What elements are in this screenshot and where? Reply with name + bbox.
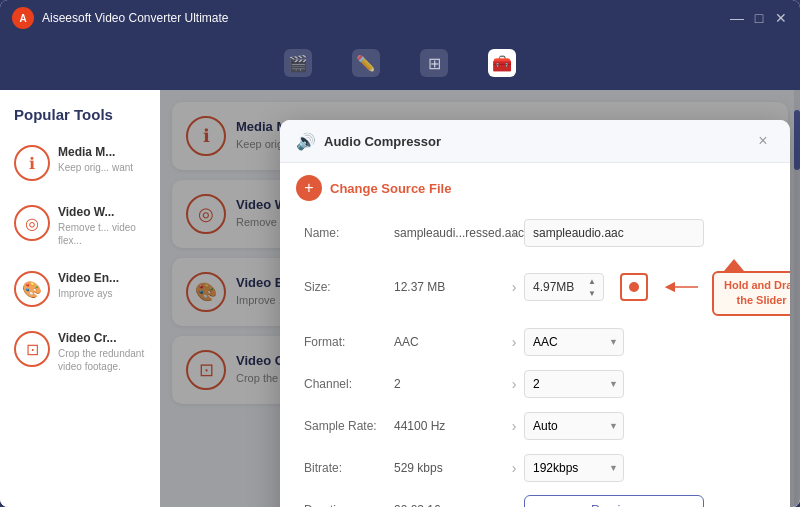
size-label: Size: [304, 280, 394, 294]
size-input-area: 4.97MB ▲ ▼ [524, 259, 790, 316]
sample-rate-select[interactable]: Auto 44100 Hz 22050 Hz [524, 412, 624, 440]
modal-speaker-icon: 🔊 [296, 132, 316, 151]
size-value: 4.97MB [533, 280, 585, 294]
tooltip-callout: Hold and Drag the Slider [712, 259, 790, 316]
videoc-item-desc: Crop the redundant video footage. [58, 347, 146, 373]
modal-header: 🔊 Audio Compressor × [280, 120, 790, 163]
form-area: Name: sampleaudi...ressed.aac › Size: 12… [280, 213, 790, 507]
sample-rate-original-value: 44100 Hz [394, 419, 504, 433]
window-controls: — □ ✕ [730, 11, 788, 25]
title-bar: A Aiseesoft Video Converter Ultimate — □… [0, 0, 800, 36]
sidebar-item-media[interactable]: ℹ Media M... Keep orig... want [8, 135, 152, 191]
sidebar-item-videoe[interactable]: 🎨 Video En... Improve ays [8, 261, 152, 317]
audio-compressor-modal: 🔊 Audio Compressor × + Change Source Fil… [280, 120, 790, 507]
slider-dot [629, 282, 639, 292]
format-original-value: AAC [394, 335, 504, 349]
videoe-item-name: Video En... [58, 271, 146, 285]
sample-rate-arrow: › [504, 418, 524, 434]
videow-item-name: Video W... [58, 205, 146, 219]
toolbar-toolbox[interactable]: 🧰 [488, 49, 516, 77]
bitrate-input-area: 192kbps 128kbps 320kbps ▼ [524, 454, 766, 482]
duration-row: Duration: 00:03:16 › Preview [304, 494, 766, 507]
bitrate-select-wrapper: 192kbps 128kbps 320kbps ▼ [524, 454, 624, 482]
change-source-button[interactable]: + Change Source File [296, 175, 774, 201]
format-arrow: › [504, 334, 524, 350]
slider-arrow [660, 273, 700, 301]
videoe-item-desc: Improve ays [58, 287, 146, 300]
tooltip-line2: the Slider [737, 294, 787, 306]
maximize-button[interactable]: □ [752, 11, 766, 25]
channel-row: Channel: 2 › 2 1 ▼ [304, 368, 766, 400]
duration-input-area: Preview [524, 495, 766, 507]
channel-original-value: 2 [394, 377, 504, 391]
sample-rate-row: Sample Rate: 44100 Hz › Auto 44100 Hz 22… [304, 410, 766, 442]
sidebar-title: Popular Tools [8, 106, 152, 135]
modal-title: Audio Compressor [324, 134, 441, 149]
format-input-area: AAC MP3 WAV ▼ [524, 328, 766, 356]
media-item-desc: Keep orig... want [58, 161, 146, 174]
toolbox-icon: 🧰 [488, 49, 516, 77]
bitrate-select[interactable]: 192kbps 128kbps 320kbps [524, 454, 624, 482]
name-input[interactable] [524, 219, 704, 247]
videoc-item-name: Video Cr... [58, 331, 146, 345]
sample-rate-select-wrapper: Auto 44100 Hz 22050 Hz ▼ [524, 412, 624, 440]
close-button[interactable]: ✕ [774, 11, 788, 25]
duration-label: Duration: [304, 503, 394, 507]
toolbar-edit[interactable]: ✏️ [352, 49, 380, 77]
preview-button[interactable]: Preview [524, 495, 704, 507]
modal-title-area: 🔊 Audio Compressor [296, 132, 441, 151]
channel-input-area: 2 1 ▼ [524, 370, 766, 398]
modal-close-button[interactable]: × [752, 130, 774, 152]
duration-value: 00:03:16 [394, 503, 504, 507]
merge-icon: ⊞ [420, 49, 448, 77]
name-arrow: › [504, 225, 524, 241]
name-row: Name: sampleaudi...ressed.aac › [304, 217, 766, 249]
format-row: Format: AAC › AAC MP3 WAV ▼ [304, 326, 766, 358]
name-original-value: sampleaudi...ressed.aac [394, 226, 504, 240]
channel-select-wrapper: 2 1 ▼ [524, 370, 624, 398]
toolbar-merge[interactable]: ⊞ [420, 49, 448, 77]
tooltip-arrow-up [712, 259, 762, 271]
app-title: Aiseesoft Video Converter Ultimate [42, 11, 730, 25]
size-spin-up[interactable]: ▲ [585, 275, 599, 287]
bitrate-original-value: 529 kbps [394, 461, 504, 475]
bitrate-label: Bitrate: [304, 461, 394, 475]
slider-indicator [620, 273, 648, 301]
bitrate-arrow: › [504, 460, 524, 476]
content-area: Popular Tools ℹ Media M... Keep orig... … [0, 90, 800, 507]
sample-rate-label: Sample Rate: [304, 419, 394, 433]
minimize-button[interactable]: — [730, 11, 744, 25]
change-source-label: Change Source File [330, 181, 451, 196]
app-logo: A [12, 7, 34, 29]
change-source-icon: + [296, 175, 322, 201]
tooltip-line1: Hold and Drag [724, 279, 790, 291]
size-arrow: › [504, 279, 524, 295]
bitrate-row: Bitrate: 529 kbps › 192kbps 128kbps 320k… [304, 452, 766, 484]
channel-select[interactable]: 2 1 [524, 370, 624, 398]
sidebar-item-videow[interactable]: ◎ Video W... Remove t... video flex... [8, 195, 152, 257]
name-input-area [524, 219, 766, 247]
name-label: Name: [304, 226, 394, 240]
format-label: Format: [304, 335, 394, 349]
channel-arrow: › [504, 376, 524, 392]
media-item-name: Media M... [58, 145, 146, 159]
duration-arrow: › [504, 502, 524, 507]
toolbar: 🎬 ✏️ ⊞ 🧰 [0, 36, 800, 90]
videoe-icon: 🎨 [14, 271, 50, 307]
sample-rate-input-area: Auto 44100 Hz 22050 Hz ▼ [524, 412, 766, 440]
size-number-input[interactable]: 4.97MB ▲ ▼ [524, 273, 604, 301]
size-spin-down[interactable]: ▼ [585, 287, 599, 299]
size-original-value: 12.37 MB [394, 280, 504, 294]
edit-icon: ✏️ [352, 49, 380, 77]
format-select[interactable]: AAC MP3 WAV [524, 328, 624, 356]
main-content: ℹ Media M... Keep original... files to t… [160, 90, 800, 507]
media-icon: ℹ [14, 145, 50, 181]
videoc-icon: ⊡ [14, 331, 50, 367]
videow-icon: ◎ [14, 205, 50, 241]
convert-icon: 🎬 [284, 49, 312, 77]
size-row: Size: 12.37 MB › 4.97MB ▲ ▼ [304, 259, 766, 316]
toolbar-convert[interactable]: 🎬 [284, 49, 312, 77]
tooltip-box: Hold and Drag the Slider [712, 271, 790, 316]
sidebar-item-videoc[interactable]: ⊡ Video Cr... Crop the redundant video f… [8, 321, 152, 383]
sidebar: Popular Tools ℹ Media M... Keep orig... … [0, 90, 160, 507]
